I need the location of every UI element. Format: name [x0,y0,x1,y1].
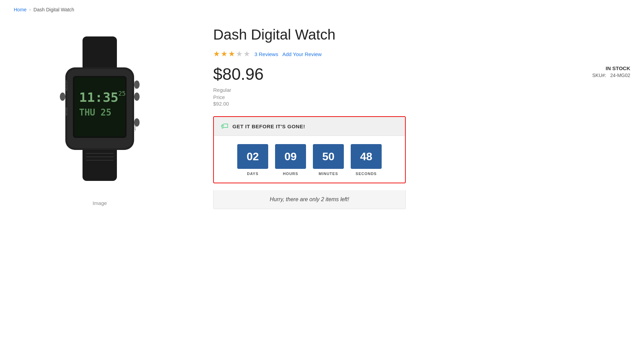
sku-label: SKU#: [592,73,606,78]
countdown-header: 🏷 GET IT BEFORE IT'S GONE! [214,117,405,136]
countdown-hours-label: HOURS [283,172,298,176]
rating-row: ★ ★ ★ ★ ★ 3 Reviews Add Your Review [213,50,630,58]
svg-text:MODE: MODE [65,107,68,116]
star-4: ★ [236,50,243,58]
countdown-minutes: 50 MINUTES [313,144,344,176]
svg-text:25: 25 [118,90,126,97]
current-price: $80.96 [213,65,264,84]
regular-price-label: RegularPrice [213,86,264,101]
sku: SKU#: 24-MG02 [592,73,631,78]
product-info: Dash Digital Watch ★ ★ ★ ★ ★ 3 Reviews A… [213,23,630,209]
svg-text:11:35: 11:35 [79,90,118,105]
countdown-body: 02 DAYS 09 HOURS 50 MINUTES 48 SECONDS [214,136,405,183]
svg-point-5 [134,93,140,101]
star-1: ★ [213,50,220,58]
countdown-seconds-value: 48 [351,144,382,169]
image-label: Image [92,200,107,206]
svg-text:STOP↓: STOP↓ [134,124,136,132]
countdown-seconds-label: SECONDS [356,172,376,176]
svg-text:THU 25: THU 25 [79,107,111,118]
hurry-text: Hurry, there are only 2 items left! [270,196,349,202]
svg-text:START↑: START↑ [134,81,136,90]
countdown-title: GET IT BEFORE IT'S GONE! [232,123,305,129]
countdown-hours: 09 HOURS [275,144,306,176]
product-layout: 11:35 25 THU 25 ADJUST MODE START↑ STOP↓… [14,23,630,209]
breadcrumb-separator: › [29,7,31,12]
price-left: $80.96 RegularPrice $92.00 [213,65,264,107]
price-right: IN STOCK SKU#: 24-MG02 [592,65,631,78]
countdown-minutes-value: 50 [313,144,344,169]
product-image-section: 11:35 25 THU 25 ADJUST MODE START↑ STOP↓… [14,23,186,206]
page-wrapper: Home › Dash Digital Watch [0,0,644,216]
svg-text:ADJUST: ADJUST [65,80,68,91]
countdown-hours-value: 09 [275,144,306,169]
availability-badge: IN STOCK [592,65,631,71]
product-title: Dash Digital Watch [213,26,630,43]
add-review-link[interactable]: Add Your Review [282,51,321,57]
svg-rect-9 [74,77,125,137]
star-3: ★ [228,50,235,58]
countdown-days: 02 DAYS [237,144,268,176]
review-count[interactable]: 3 Reviews [254,51,278,57]
svg-point-7 [60,93,65,101]
star-2: ★ [221,50,228,58]
watch-svg: 11:35 25 THU 25 ADJUST MODE START↑ STOP↓ [45,36,155,181]
countdown-container: 🏷 GET IT BEFORE IT'S GONE! 02 DAYS 09 HO… [213,116,406,183]
breadcrumb-current: Dash Digital Watch [33,7,74,12]
breadcrumb: Home › Dash Digital Watch [14,7,630,12]
svg-rect-0 [83,36,117,71]
countdown-days-label: DAYS [247,172,259,176]
price-section: $80.96 RegularPrice $92.00 IN STOCK SKU#… [213,65,630,107]
hurry-bar: Hurry, there are only 2 items left! [213,190,406,209]
product-image: 11:35 25 THU 25 ADJUST MODE START↑ STOP↓ [21,23,179,195]
tag-icon: 🏷 [221,122,228,131]
breadcrumb-home[interactable]: Home [14,7,26,12]
regular-price-value: $92.00 [213,101,264,107]
sku-value: 24-MG02 [610,73,630,78]
countdown-seconds: 48 SECONDS [351,144,382,176]
star-rating: ★ ★ ★ ★ ★ [213,50,250,58]
countdown-days-value: 02 [237,144,268,169]
countdown-minutes-label: MINUTES [319,172,338,176]
star-5: ★ [243,50,250,58]
